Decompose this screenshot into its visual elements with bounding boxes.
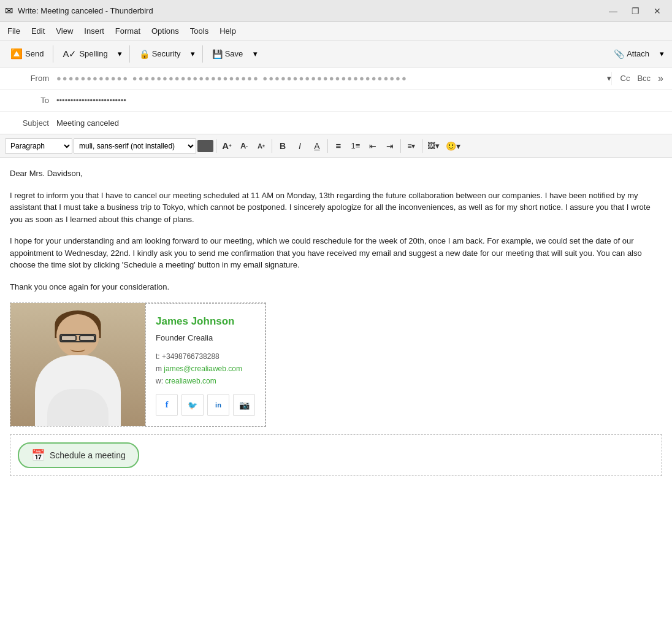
lock-icon: 🔒 xyxy=(139,49,150,59)
sig-social: f 🐦 in 📷 xyxy=(156,394,255,416)
sig-email: m james@crealiaweb.com xyxy=(156,363,255,374)
to-label: To xyxy=(5,96,54,105)
fmt-sep-1 xyxy=(216,139,216,153)
signature-info: James Johnson Founder Crealia t: +349876… xyxy=(145,303,265,426)
bcc-button[interactable]: Bcc xyxy=(633,72,654,84)
phone-label: t: xyxy=(156,352,160,361)
sig-website-link[interactable]: crealiaweb.com xyxy=(165,377,216,385)
signature-name: James Johnson xyxy=(156,314,255,329)
subject-field[interactable] xyxy=(54,116,667,130)
send-button[interactable]: 🔼 Send xyxy=(5,45,49,63)
to-field[interactable] xyxy=(54,93,667,107)
signature-photo xyxy=(10,303,145,426)
attach-dropdown[interactable]: ▾ xyxy=(656,45,667,63)
window-controls: — ❐ ✕ xyxy=(603,4,667,18)
save-icon: 💾 xyxy=(212,49,223,59)
closing: Thank you once again for your considerat… xyxy=(10,281,662,293)
menu-insert[interactable]: Insert xyxy=(79,25,109,37)
to-row: To xyxy=(0,90,672,112)
website-label: w: xyxy=(156,377,163,385)
email-body-wrapper: Dear Mrs. Davidson, I regret to inform y… xyxy=(0,158,672,624)
security-button[interactable]: 🔒 Security xyxy=(134,46,186,62)
fmt-sep-5 xyxy=(422,139,422,153)
security-dropdown[interactable]: ▾ xyxy=(188,45,199,63)
separator-1 xyxy=(53,45,53,63)
numbered-list-button[interactable]: 1≡ xyxy=(348,138,364,154)
sig-email-link[interactable]: james@crealiaweb.com xyxy=(164,364,242,373)
font-size-reset-button[interactable]: A± xyxy=(253,138,269,154)
phone-value: +3498766738288 xyxy=(162,352,220,361)
underline-button[interactable]: A xyxy=(309,138,325,154)
security-label: Security xyxy=(152,49,181,58)
minimize-button[interactable]: — xyxy=(603,4,623,18)
bold-button[interactable]: B xyxy=(275,138,291,154)
cc-bcc-area: Cc Bcc » xyxy=(611,72,667,85)
twitter-button[interactable]: 🐦 xyxy=(181,394,204,416)
from-dropdown[interactable]: ●●●●●●●●●●●● ●●●●●●●●●●●●●●●●●●●●● ●●●●●… xyxy=(54,71,611,85)
header-more-button[interactable]: » xyxy=(654,72,667,85)
fmt-sep-2 xyxy=(272,139,272,153)
fmt-sep-4 xyxy=(400,139,401,153)
person-photo xyxy=(10,303,145,426)
menu-format[interactable]: Format xyxy=(110,25,145,37)
schedule-label: Schedule a meeting xyxy=(50,450,126,460)
font-size-increase-button[interactable]: A+ xyxy=(219,138,235,154)
bullet-list-button[interactable]: ≡ xyxy=(330,138,346,154)
attach-button[interactable]: 📎 Attach xyxy=(608,46,655,62)
main-toolbar: 🔼 Send A✓ Spelling ▾ 🔒 Security ▾ 💾 Save… xyxy=(0,40,672,67)
format-toolbar: Paragraph muli, sans-serif (not installe… xyxy=(0,134,672,158)
calendar-icon: 📅 xyxy=(31,449,45,462)
send-icon: 🔼 xyxy=(10,48,23,60)
insert-image-button[interactable]: 🖼▾ xyxy=(425,138,442,154)
separator-3 xyxy=(202,45,203,63)
close-button[interactable]: ✕ xyxy=(647,4,667,18)
save-button[interactable]: 💾 Save xyxy=(207,46,249,62)
attach-label: Attach xyxy=(627,49,649,58)
shirt xyxy=(47,389,109,426)
send-label: Send xyxy=(25,49,44,58)
menu-view[interactable]: View xyxy=(51,25,78,37)
subject-row: Subject xyxy=(0,112,672,134)
alignment-button[interactable]: ≡▾ xyxy=(403,138,419,154)
menu-file[interactable]: File xyxy=(2,25,25,37)
body-paragraph-1: I regret to inform you that I have to ca… xyxy=(10,190,662,226)
spelling-button[interactable]: A✓ Spelling xyxy=(57,45,113,63)
schedule-meeting-button[interactable]: 📅 Schedule a meeting xyxy=(18,442,139,468)
facebook-button[interactable]: f xyxy=(156,394,178,416)
font-family-select[interactable]: muli, sans-serif (not installed) xyxy=(74,138,196,154)
from-expand-arrow[interactable]: ▾ xyxy=(607,74,611,83)
email-body[interactable]: Dear Mrs. Davidson, I regret to inform y… xyxy=(0,158,672,624)
titlebar: ✉ Write: Meeting canceled - Thunderbird … xyxy=(0,0,672,22)
glasses xyxy=(59,334,96,342)
sig-phone: t: +3498766738288 xyxy=(156,351,255,362)
subject-label: Subject xyxy=(5,118,54,128)
italic-button[interactable]: I xyxy=(292,138,308,154)
spelling-label: Spelling xyxy=(79,49,107,58)
from-value: ●●●●●●●●●●●● ●●●●●●●●●●●●●●●●●●●●● ●●●●●… xyxy=(54,71,605,85)
attach-icon: 📎 xyxy=(614,49,624,59)
spelling-icon: A✓ xyxy=(63,48,77,60)
signature-title: Founder Crealia xyxy=(156,332,255,344)
indent-button[interactable]: ⇥ xyxy=(382,138,398,154)
save-label: Save xyxy=(225,49,243,58)
maximize-button[interactable]: ❐ xyxy=(625,4,645,18)
cc-button[interactable]: Cc xyxy=(617,72,634,84)
body-paragraph-2: I hope for your understanding and am loo… xyxy=(10,235,662,271)
smile xyxy=(71,346,85,352)
from-label: From xyxy=(5,74,54,83)
save-dropdown[interactable]: ▾ xyxy=(250,45,261,63)
menu-help[interactable]: Help xyxy=(215,25,241,37)
email-header: From ●●●●●●●●●●●● ●●●●●●●●●●●●●●●●●●●●● … xyxy=(0,67,672,134)
spelling-dropdown[interactable]: ▾ xyxy=(115,45,126,63)
insert-emoji-button[interactable]: 🙂▾ xyxy=(443,138,463,154)
menu-options[interactable]: Options xyxy=(147,25,184,37)
font-color-swatch[interactable] xyxy=(197,140,213,152)
instagram-button[interactable]: 📷 xyxy=(233,394,255,416)
menu-tools[interactable]: Tools xyxy=(185,25,213,37)
outdent-button[interactable]: ⇤ xyxy=(365,138,381,154)
linkedin-button[interactable]: in xyxy=(207,394,229,416)
paragraph-style-select[interactable]: Paragraph xyxy=(5,138,72,154)
schedule-block: 📅 Schedule a meeting xyxy=(10,434,662,476)
menu-edit[interactable]: Edit xyxy=(26,25,50,37)
font-size-decrease-button[interactable]: A- xyxy=(236,138,252,154)
